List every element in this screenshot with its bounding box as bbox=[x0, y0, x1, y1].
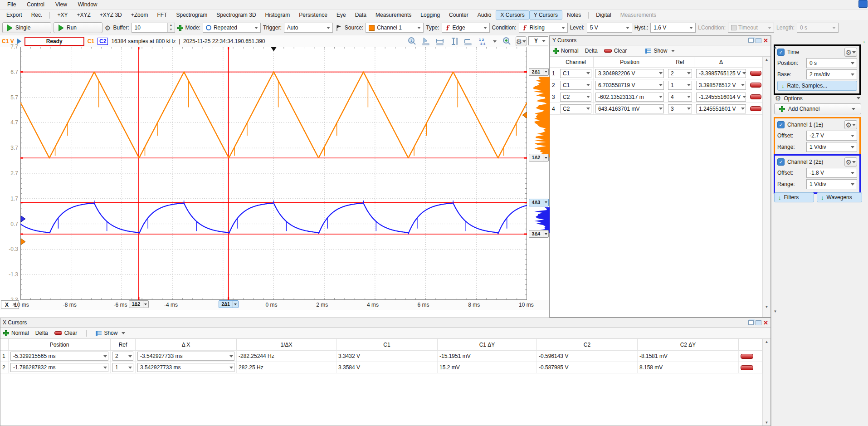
scroll-down-icon[interactable]: ▼ bbox=[764, 305, 770, 309]
condition-select[interactable]: Rising bbox=[519, 23, 568, 33]
buffer-gear-icon[interactable]: ⚙ bbox=[105, 24, 111, 31]
type-select[interactable]: Edge bbox=[442, 23, 490, 33]
chevron-down-icon[interactable] bbox=[493, 40, 497, 44]
waveform-plot[interactable] bbox=[20, 47, 527, 300]
tab-counter[interactable]: Counter bbox=[444, 10, 473, 20]
tab-histogram[interactable]: Histogram bbox=[261, 10, 295, 20]
tab-logging[interactable]: Logging bbox=[416, 10, 444, 20]
zoom-plus-icon[interactable] bbox=[502, 37, 512, 46]
y-cursor-flag-2-1[interactable]: 2Δ1 bbox=[529, 68, 549, 76]
filters-button[interactable]: ↓ Filters bbox=[774, 192, 814, 202]
tab-data[interactable]: Data bbox=[351, 10, 371, 20]
channel2-settings-button[interactable]: ⚙ bbox=[844, 157, 857, 166]
restore-window-icon[interactable] bbox=[748, 38, 754, 43]
tab-xy[interactable]: +XY bbox=[53, 10, 72, 20]
remove-cursor-button[interactable] bbox=[741, 365, 753, 370]
rate-samples-button[interactable]: ↓ Rate, Samples... bbox=[777, 81, 857, 91]
tab-y-cursors[interactable]: Y Cursors bbox=[529, 10, 562, 20]
tab-spectrogram[interactable]: Spectrogram bbox=[171, 10, 212, 20]
cell-select[interactable]: C2 bbox=[560, 93, 591, 102]
y-table-scrollbar[interactable]: ▲ ▼ bbox=[762, 57, 770, 317]
add-delta-cursor-button[interactable]: Delta bbox=[35, 330, 48, 336]
tab-eye[interactable]: Eye bbox=[332, 10, 351, 20]
scroll-up-icon[interactable]: ▲ bbox=[764, 58, 770, 62]
menu-window[interactable]: Window bbox=[73, 1, 103, 8]
close-icon[interactable]: ✕ bbox=[763, 38, 768, 44]
channel2-offset-select[interactable]: -1.8 V bbox=[806, 168, 857, 178]
vertical-ruler-icon[interactable] bbox=[449, 37, 459, 46]
flag-dropdown[interactable] bbox=[143, 301, 148, 308]
clear-cursors-button[interactable]: Clear bbox=[54, 330, 78, 336]
remove-cursor-button[interactable] bbox=[750, 94, 761, 99]
trigger-select[interactable]: Auto bbox=[284, 23, 333, 33]
spin-down-icon[interactable]: ▼ bbox=[168, 28, 175, 32]
y-cursor-flag-4-3[interactable]: 4Δ3 bbox=[529, 199, 549, 206]
flag-dropdown[interactable] bbox=[543, 154, 548, 161]
tab-measurements[interactable]: Measurements bbox=[371, 10, 416, 20]
y-cursor-flag-1-2[interactable]: 1Δ2 bbox=[529, 154, 549, 162]
hysteresis-select[interactable]: 1.6 V bbox=[650, 23, 696, 33]
x-cursor-flag-1-2[interactable]: 1Δ2 bbox=[129, 300, 149, 308]
tab-digital[interactable]: Digital bbox=[591, 10, 615, 20]
show-menu-button[interactable]: Show bbox=[96, 330, 126, 336]
cell-select[interactable]: 1 bbox=[668, 81, 692, 90]
channel1-zero-marker[interactable] bbox=[21, 239, 25, 245]
flag-dropdown[interactable] bbox=[543, 69, 548, 75]
spinner-arrows[interactable]: ▲▼ bbox=[167, 23, 175, 32]
buffer-value[interactable]: 10 bbox=[132, 23, 167, 32]
options-menu[interactable]: ⚙ Options bbox=[775, 95, 861, 102]
channel2-range-select[interactable]: 1 V/div bbox=[806, 179, 857, 189]
mode-select[interactable]: Repeated bbox=[203, 23, 261, 33]
add-delta-cursor-button[interactable]: Delta bbox=[585, 48, 598, 54]
restore-window-icon[interactable] bbox=[748, 320, 754, 325]
time-base-select[interactable]: 2 ms/div bbox=[806, 69, 857, 79]
cell-select[interactable]: -602.135231317 m bbox=[595, 93, 664, 102]
cell-select[interactable]: 2 bbox=[668, 69, 692, 78]
cell-select[interactable]: C2 bbox=[560, 104, 591, 113]
cell-select[interactable]: 3.398576512 V bbox=[696, 81, 746, 90]
cell-select[interactable]: -5.329215565 ms bbox=[10, 352, 108, 361]
buffer-spinner[interactable]: 10 ▲▼ bbox=[132, 23, 175, 33]
y-cursors-header[interactable]: Y Cursors ✕ bbox=[550, 36, 770, 45]
level-select[interactable]: 5 V bbox=[587, 23, 632, 33]
cell-select[interactable]: 1.245551601 V bbox=[696, 104, 746, 113]
cell-select[interactable]: -3.542927733 ms bbox=[137, 352, 234, 361]
cell-select[interactable]: -1.786287832 ms bbox=[10, 363, 108, 372]
time-checkbox[interactable]: ✓ bbox=[777, 49, 785, 56]
add-normal-cursor-button[interactable]: Normal bbox=[553, 48, 579, 54]
pointer-measure-icon[interactable] bbox=[421, 37, 431, 46]
menu-control[interactable]: Control bbox=[21, 1, 50, 8]
remove-cursor-button[interactable] bbox=[741, 354, 753, 359]
cell-select[interactable]: C1 bbox=[560, 69, 591, 78]
flag-dropdown[interactable] bbox=[543, 230, 548, 237]
cell-select[interactable]: 4 bbox=[668, 93, 692, 102]
x-cursors-header[interactable]: X Cursors ✕ bbox=[0, 318, 770, 328]
tab-persistence[interactable]: Persistence bbox=[294, 10, 332, 20]
zoom-full-icon[interactable]: 1 bbox=[407, 37, 417, 46]
corner-ruler-icon[interactable] bbox=[463, 37, 473, 46]
show-menu-button[interactable]: Show bbox=[645, 48, 676, 54]
tab-export[interactable]: Export bbox=[2, 10, 27, 20]
cell-select[interactable]: 1 bbox=[112, 363, 133, 372]
wavegens-button[interactable]: ↓ Wavegens bbox=[817, 192, 862, 202]
tab-xyz-3d[interactable]: +XYZ 3D bbox=[95, 10, 127, 20]
horizontal-ruler-icon[interactable] bbox=[435, 37, 445, 46]
menu-view[interactable]: View bbox=[50, 1, 73, 8]
flag-dropdown[interactable] bbox=[543, 199, 548, 206]
scroll-down-icon[interactable]: ▼ bbox=[764, 421, 770, 425]
scroll-down-icon[interactable]: ▼ bbox=[772, 309, 778, 313]
single-button[interactable]: Single bbox=[2, 22, 51, 33]
spin-up-icon[interactable]: ▲ bbox=[168, 23, 175, 28]
flag-dropdown[interactable] bbox=[233, 301, 238, 308]
x-table-scrollbar[interactable]: ▲ ▼ bbox=[762, 339, 770, 426]
channel2-tag[interactable]: C2 bbox=[98, 38, 108, 45]
source-select[interactable]: Channel 1 bbox=[366, 23, 424, 33]
channel1-offset-select[interactable]: -2.7 V bbox=[806, 131, 857, 141]
channels-1234-icon[interactable]: 1 23 4 bbox=[477, 37, 487, 46]
menu-file[interactable]: File bbox=[2, 1, 21, 8]
remove-cursor-button[interactable] bbox=[750, 71, 761, 76]
tab-x-cursors[interactable]: X Cursors bbox=[496, 10, 529, 20]
tab-audio[interactable]: Audio bbox=[473, 10, 496, 20]
cell-select[interactable]: 2 bbox=[112, 352, 133, 361]
time-position-select[interactable]: 0 s bbox=[806, 58, 857, 68]
